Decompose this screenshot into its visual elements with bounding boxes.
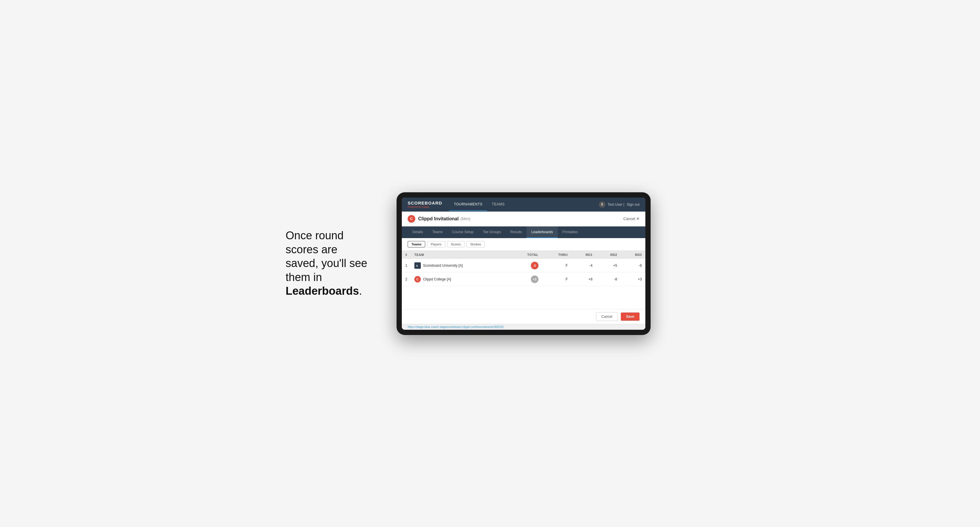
close-icon[interactable]: ✕ xyxy=(636,216,640,221)
sign-out-link[interactable]: Sign out xyxy=(627,203,640,206)
col-rd1: RD1 xyxy=(571,251,596,259)
tab-results[interactable]: Results xyxy=(506,227,527,238)
rd1-2: +8 xyxy=(571,272,596,286)
tournament-logo: C xyxy=(408,215,415,223)
left-text-line3: saved, you'll see xyxy=(286,257,368,269)
top-navigation: SCOREBOARD Powered by clippd TOURNAMENTS… xyxy=(402,198,645,211)
left-text-bold: Leaderboards xyxy=(286,285,359,297)
table-row: 2 C Clippd College [A] +3 xyxy=(402,272,645,286)
team-2-name: Clippd College [A] xyxy=(423,277,451,281)
tournament-header: C Clippd Invitational (Men) Cancel ✕ xyxy=(402,211,645,227)
table-row: 1 S Scoreboard University xyxy=(402,259,645,273)
team-1-name-col: S Scoreboard University [A] xyxy=(414,262,506,269)
filter-teams[interactable]: Teams xyxy=(408,241,425,248)
rank-1: 1 xyxy=(402,259,411,273)
filter-strokes[interactable]: Strokes xyxy=(466,241,485,248)
leaderboard-table: # TEAM TOTAL THRU RD1 RD2 RD3 1 xyxy=(402,251,645,286)
rd1-1: -4 xyxy=(571,259,596,273)
url-bar: https://stage-blue-coach.stagescoreboard… xyxy=(402,324,645,330)
left-description: Once round scores are saved, you'll see … xyxy=(286,229,379,298)
save-button[interactable]: Save xyxy=(621,313,640,321)
tab-printables[interactable]: Printables xyxy=(558,227,582,238)
score-badge-1: -5 xyxy=(531,262,538,269)
tab-navigation: Details Teams Course Setup Tee Groups Re… xyxy=(402,227,645,238)
tournament-gender: (Men) xyxy=(460,216,471,221)
total-2-cell: +3 xyxy=(509,272,542,286)
rd3-2: +3 xyxy=(620,272,645,286)
tournament-title: Clippd Invitational xyxy=(418,216,459,221)
team-1-name: Scoreboard University [A] xyxy=(423,264,463,268)
user-avatar: S xyxy=(599,202,605,208)
thru-1: F xyxy=(542,259,571,273)
logo-area: SCOREBOARD Powered by clippd xyxy=(408,200,442,208)
tablet-screen: SCOREBOARD Powered by clippd TOURNAMENTS… xyxy=(402,198,645,330)
col-total: TOTAL xyxy=(509,251,542,259)
footer-bar: Cancel Save xyxy=(402,309,645,324)
left-text-line2: scores are xyxy=(286,243,337,256)
tab-details[interactable]: Details xyxy=(408,227,428,238)
filter-players[interactable]: Players xyxy=(427,241,445,248)
rd3-1: -6 xyxy=(620,259,645,273)
left-text-line1: Once round xyxy=(286,229,344,241)
nav-links: TOURNAMENTS TEAMS xyxy=(449,198,599,211)
score-badge-2: +3 xyxy=(531,275,538,283)
col-rank: # xyxy=(402,251,411,259)
powered-by-text: Powered by clippd xyxy=(408,205,442,208)
tab-teams[interactable]: Teams xyxy=(428,227,447,238)
tab-tee-groups[interactable]: Tee Groups xyxy=(478,227,506,238)
team-2-name-col: C Clippd College [A] xyxy=(414,276,506,283)
cancel-button[interactable]: Cancel xyxy=(596,312,618,321)
cancel-x-button[interactable]: Cancel ✕ xyxy=(624,216,640,221)
table-header-row: # TEAM TOTAL THRU RD1 RD2 RD3 xyxy=(402,251,645,259)
left-text-line4: them in xyxy=(286,271,322,283)
filter-scores[interactable]: Scores xyxy=(447,241,465,248)
thru-2: F xyxy=(542,272,571,286)
total-1-cell: -5 xyxy=(509,259,542,273)
leaderboard-content: # TEAM TOTAL THRU RD1 RD2 RD3 1 xyxy=(402,251,645,309)
team-1-logo: S xyxy=(414,262,421,269)
left-text-period: . xyxy=(359,285,362,297)
team-2-logo: C xyxy=(414,276,421,283)
team-1-cell: S Scoreboard University [A] xyxy=(411,259,509,273)
sub-filters: Teams Players Scores Strokes xyxy=(402,238,645,251)
user-name: Test User | xyxy=(608,203,624,206)
rank-2: 2 xyxy=(402,272,411,286)
tab-leaderboards[interactable]: Leaderboards xyxy=(527,227,557,238)
logo-text: SCOREBOARD xyxy=(408,200,442,205)
nav-teams[interactable]: TEAMS xyxy=(487,198,509,211)
rd2-1: +5 xyxy=(596,259,621,273)
tab-course-setup[interactable]: Course Setup xyxy=(447,227,478,238)
rd2-2: -8 xyxy=(596,272,621,286)
col-team: TEAM xyxy=(411,251,509,259)
tablet-device: SCOREBOARD Powered by clippd TOURNAMENTS… xyxy=(396,192,651,335)
col-rd2: RD2 xyxy=(596,251,621,259)
col-rd3: RD3 xyxy=(620,251,645,259)
nav-tournaments[interactable]: TOURNAMENTS xyxy=(449,198,487,211)
nav-right: S Test User | Sign out xyxy=(599,202,640,208)
col-thru: THRU xyxy=(542,251,571,259)
team-2-cell: C Clippd College [A] xyxy=(411,272,509,286)
svg-text:S: S xyxy=(416,264,418,267)
